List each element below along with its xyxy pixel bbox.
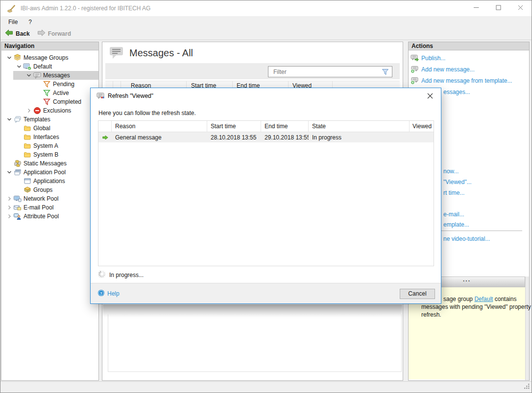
window-controls: [465, 0, 532, 16]
nav-item-e-mail-pool[interactable]: E-mail Pool: [1, 203, 98, 212]
tree-item-label: Templates: [24, 116, 50, 123]
tree-item-label: Interfaces: [33, 134, 59, 140]
nav-item-network-pool[interactable]: Network Pool: [1, 194, 98, 203]
help-link[interactable]: ? Help: [97, 289, 120, 298]
action-partial-start-time[interactable]: rt time...: [443, 188, 525, 197]
action-publish[interactable]: Publish...: [409, 54, 525, 63]
tree-item-label: Message Groups: [24, 54, 68, 61]
column-start-time[interactable]: Start time: [207, 121, 261, 132]
nav-item-static-messages[interactable]: Static Messages: [1, 159, 98, 168]
forward-icon: [37, 29, 46, 38]
titlebar: IBI-aws Admin 1.22.0 - registered for IB…: [0, 0, 532, 16]
nav-item-templates[interactable]: Templates: [1, 115, 98, 124]
navigation-tree: Message Groups Default Messages Pending: [1, 50, 98, 221]
chevron-slot: [5, 160, 13, 167]
spinner-icon: [98, 270, 106, 279]
filter-input-wrap: [268, 66, 392, 77]
nav-item-messages[interactable]: Messages: [1, 71, 98, 80]
funnel-red-icon: [43, 98, 51, 106]
close-icon: [518, 5, 523, 12]
actions-scrollbar[interactable]: [525, 277, 529, 380]
chevron-down-icon[interactable]: [25, 71, 33, 79]
publish-icon: [411, 54, 419, 62]
action-partial-viewed[interactable]: "Viewed"...: [443, 178, 525, 186]
dialog-intro-text: Here you can follow the refresh state.: [98, 110, 196, 116]
nav-item-groups[interactable]: Groups: [1, 185, 98, 194]
column-end-time[interactable]: End time: [261, 121, 309, 132]
chevron-right-icon[interactable]: [5, 204, 13, 211]
action-partial-email[interactable]: e-mail...: [443, 210, 525, 219]
action-partial-video-tutorial[interactable]: ne video-tutorial...: [443, 234, 525, 243]
dialog-close-button[interactable]: [424, 91, 436, 102]
navigation-panel: Navigation Message Groups Default Messag…: [1, 42, 99, 381]
funnel-orange-icon: [43, 80, 51, 88]
chevron-down-icon[interactable]: [5, 168, 13, 176]
nav-item-applications[interactable]: Applications: [1, 177, 98, 185]
cell-state: In progress: [309, 134, 410, 141]
nav-item-active[interactable]: Active: [1, 89, 98, 97]
nav-item-pending[interactable]: Pending: [1, 80, 98, 89]
default-group-link[interactable]: Default: [474, 296, 493, 302]
chevron-down-icon[interactable]: [5, 54, 13, 62]
filter-icon[interactable]: [382, 69, 389, 75]
folder-icon: [23, 124, 31, 132]
header-bubble-icon: [109, 46, 124, 62]
folder-icon: [23, 151, 31, 159]
column-reason[interactable]: Reason: [112, 121, 207, 132]
cell-start-time: 28.10.2018 13:55: [207, 134, 261, 141]
chevron-right-icon[interactable]: [5, 212, 13, 220]
grip-icon[interactable]: [524, 383, 530, 391]
dialog-status: In progress...: [98, 270, 144, 279]
table-row[interactable]: General message 28.10.2018 13:55 29.10.2…: [98, 132, 434, 142]
nav-item-global[interactable]: Global: [1, 124, 98, 133]
action-partial-template[interactable]: emplate...: [443, 220, 525, 229]
cell-reason: General message: [112, 134, 207, 141]
nav-item-message-groups[interactable]: Message Groups: [1, 53, 98, 62]
nav-item-system-b[interactable]: System B: [1, 150, 98, 159]
page-title: Messages - All: [129, 47, 193, 59]
chevron-down-icon[interactable]: [15, 63, 23, 70]
tree-item-label: Active: [53, 90, 69, 96]
maximize-button[interactable]: [487, 0, 509, 16]
back-button[interactable]: Back: [5, 29, 30, 38]
menu-file[interactable]: File: [8, 19, 18, 25]
tree-item-label: System A: [33, 142, 58, 149]
chevron-slot: [15, 142, 23, 150]
column-state[interactable]: State: [309, 121, 410, 132]
cancel-button[interactable]: Cancel: [400, 289, 435, 299]
nav-item-system-a[interactable]: System A: [1, 141, 98, 150]
tree-item-label: Application Pool: [24, 169, 66, 176]
refresh-table-header: Reason Start time End time State Viewed: [98, 121, 434, 132]
chevron-right-icon[interactable]: [5, 195, 13, 203]
close-button[interactable]: [509, 0, 532, 16]
dialog-title: Refresh "Viewed": [108, 92, 153, 99]
chevron-right-icon[interactable]: [25, 107, 33, 115]
dialog-titlebar: Refresh "Viewed": [91, 88, 441, 104]
nav-item-exclusions[interactable]: Exclusions: [1, 106, 98, 115]
message-details-pane: [108, 314, 402, 372]
nav-item-completed[interactable]: Completed: [1, 97, 98, 106]
column-viewed[interactable]: Viewed: [410, 121, 434, 132]
action-add-new-message-from-template[interactable]: Add new message from template...: [409, 76, 525, 85]
nav-item-application-pool[interactable]: Application Pool: [1, 168, 98, 177]
tree-item-label: Global: [33, 125, 50, 132]
action-partial-now[interactable]: now...: [443, 167, 525, 176]
message-groups-icon: [13, 54, 22, 62]
chevron-down-icon[interactable]: [5, 116, 13, 123]
action-add-new-message[interactable]: Add new message...: [409, 65, 525, 74]
nav-item-attribute-pool[interactable]: Attribute Pool: [1, 212, 98, 221]
minimize-button[interactable]: [465, 0, 487, 16]
static-messages-icon: [13, 160, 22, 167]
window-title: IBI-aws Admin 1.22.0 - registered for IB…: [21, 5, 150, 12]
nav-item-default[interactable]: Default: [1, 62, 98, 71]
chevron-slot: [35, 80, 43, 88]
nav-item-interfaces[interactable]: Interfaces: [1, 133, 98, 141]
filter-input[interactable]: [268, 69, 382, 75]
network-pool-icon: [13, 195, 22, 203]
tree-item-label: Groups: [33, 186, 52, 193]
menu-help[interactable]: ?: [28, 19, 32, 25]
tree-item-label: Default: [33, 63, 52, 70]
forward-button[interactable]: Forward: [37, 29, 71, 38]
action-partial-messages[interactable]: essages...: [443, 88, 525, 96]
tree-item-label: E-mail Pool: [24, 204, 53, 211]
